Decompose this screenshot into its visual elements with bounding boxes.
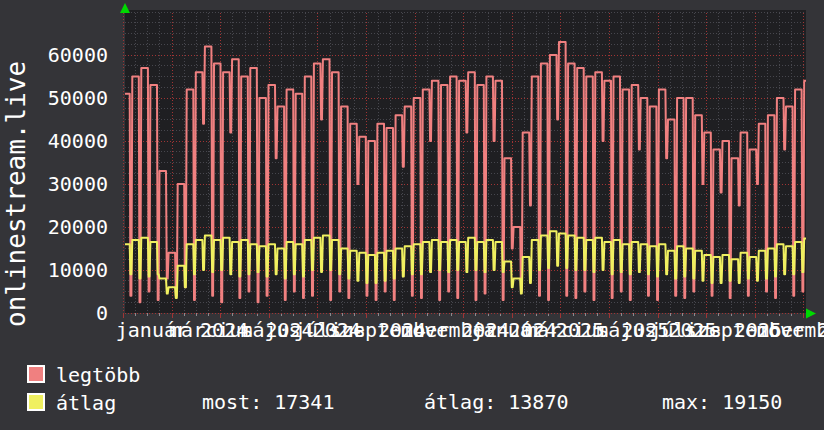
stat-most: most: 17341 <box>202 393 334 411</box>
legend-swatch-atlag <box>27 393 45 411</box>
y-axis-label: 30000 <box>0 174 108 194</box>
y-axis-label: 50000 <box>0 88 108 108</box>
stat-atlag: átlag: 13870 <box>424 393 569 411</box>
legend-swatch-legtobb <box>27 365 45 383</box>
legend-label-atlag: átlag <box>56 391 116 415</box>
y-axis-label: 10000 <box>0 260 108 280</box>
rrd-graph: onlinestream.live 0100002000030000400005… <box>0 0 824 430</box>
y-axis-label: 20000 <box>0 217 108 237</box>
y-axis-label: 40000 <box>0 131 108 151</box>
y-axis-label: 0 <box>0 303 108 323</box>
legend-row-legtobb: legtöbb <box>27 365 140 383</box>
x-axis-label: november 2025 <box>756 320 824 340</box>
stat-max: max: 19150 <box>662 393 782 411</box>
legend-row-atlag: átlag <box>27 393 116 411</box>
legend-label-legtobb: legtöbb <box>56 363 140 387</box>
y-axis-label: 60000 <box>0 45 108 65</box>
